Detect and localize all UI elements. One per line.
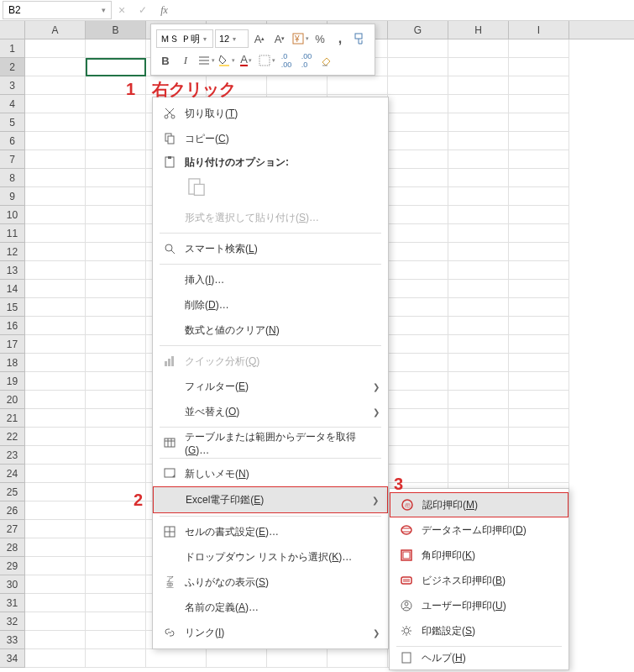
cell[interactable] bbox=[448, 298, 509, 317]
submenu-dataname-stamp[interactable]: データネーム印押印(D) bbox=[390, 517, 569, 543]
cell[interactable] bbox=[448, 113, 509, 132]
cell[interactable] bbox=[448, 354, 509, 372]
row-header[interactable]: 13 bbox=[0, 261, 25, 280]
font-selector[interactable]: ＭＳ Ｐ明▾ bbox=[156, 29, 213, 48]
name-box[interactable]: B2 ▾ bbox=[3, 1, 112, 19]
cell[interactable] bbox=[25, 483, 86, 501]
row-header[interactable]: 23 bbox=[0, 446, 25, 465]
cell[interactable] bbox=[25, 224, 86, 243]
cell[interactable] bbox=[86, 132, 146, 150]
cell[interactable] bbox=[509, 224, 569, 243]
cell[interactable] bbox=[25, 501, 86, 520]
row-header[interactable]: 27 bbox=[0, 520, 25, 538]
row-header[interactable]: 26 bbox=[0, 501, 25, 520]
menu-link[interactable]: リンク(I) ❯ bbox=[153, 620, 388, 645]
cell[interactable] bbox=[25, 150, 86, 169]
menu-get-data[interactable]: テーブルまたは範囲からデータを取得(G)… bbox=[153, 430, 388, 455]
row-header[interactable]: 19 bbox=[0, 372, 25, 391]
row-header[interactable]: 34 bbox=[0, 649, 25, 668]
cell[interactable] bbox=[86, 575, 146, 594]
cell[interactable] bbox=[448, 335, 509, 354]
cell[interactable] bbox=[86, 113, 146, 132]
cell[interactable] bbox=[509, 261, 569, 280]
cell[interactable] bbox=[25, 261, 86, 280]
row-header[interactable]: 31 bbox=[0, 594, 25, 612]
cell[interactable] bbox=[25, 409, 86, 428]
cell[interactable] bbox=[267, 649, 327, 668]
cell[interactable] bbox=[448, 169, 509, 187]
cell[interactable] bbox=[509, 409, 569, 428]
cell[interactable] bbox=[509, 335, 569, 354]
cell[interactable] bbox=[86, 206, 146, 224]
menu-excel-stamp[interactable]: Excel電子印鑑(E) ❯ bbox=[153, 486, 388, 513]
cell[interactable] bbox=[25, 317, 86, 335]
menu-sort[interactable]: 並べ替え(O) ❯ bbox=[153, 399, 388, 424]
cell[interactable] bbox=[25, 428, 86, 446]
cell[interactable] bbox=[86, 649, 146, 668]
cell[interactable] bbox=[25, 243, 86, 261]
cell[interactable] bbox=[86, 594, 146, 612]
cell[interactable] bbox=[388, 150, 448, 169]
cell[interactable] bbox=[388, 298, 448, 317]
font-color-icon[interactable]: A bbox=[237, 51, 255, 70]
select-all-corner[interactable] bbox=[0, 21, 25, 39]
comma-icon[interactable]: , bbox=[331, 29, 349, 48]
format-painter-icon[interactable] bbox=[351, 29, 369, 48]
row-header[interactable]: 7 bbox=[0, 150, 25, 169]
cell[interactable] bbox=[509, 58, 569, 76]
cell[interactable] bbox=[25, 113, 86, 132]
cell[interactable] bbox=[448, 187, 509, 206]
cell[interactable] bbox=[86, 298, 146, 317]
cell[interactable] bbox=[25, 372, 86, 391]
accounting-format-icon[interactable]: ¥ bbox=[291, 29, 309, 48]
menu-copy[interactable]: コピー(C) bbox=[153, 126, 388, 151]
column-header[interactable]: H bbox=[448, 21, 509, 39]
cell[interactable] bbox=[388, 39, 448, 58]
paste-option-btn[interactable] bbox=[185, 175, 208, 198]
row-header[interactable]: 9 bbox=[0, 187, 25, 206]
fill-color-icon[interactable] bbox=[217, 51, 235, 70]
cell[interactable] bbox=[86, 428, 146, 446]
cell[interactable] bbox=[25, 76, 86, 95]
align-icon[interactable] bbox=[196, 51, 215, 70]
cell[interactable] bbox=[448, 372, 509, 391]
cell[interactable] bbox=[86, 465, 146, 483]
cell[interactable] bbox=[509, 76, 569, 95]
cell[interactable] bbox=[86, 39, 146, 58]
cell[interactable] bbox=[509, 132, 569, 150]
cell[interactable] bbox=[25, 298, 86, 317]
cell[interactable] bbox=[509, 428, 569, 446]
border-icon[interactable] bbox=[257, 51, 275, 70]
cell[interactable] bbox=[86, 520, 146, 538]
cell[interactable] bbox=[86, 187, 146, 206]
cell[interactable] bbox=[509, 243, 569, 261]
row-header[interactable]: 20 bbox=[0, 391, 25, 409]
cell[interactable] bbox=[388, 391, 448, 409]
menu-dropdown-pick[interactable]: ドロップダウン リストから選択(K)… bbox=[153, 544, 388, 570]
menu-filter[interactable]: フィルター(E) ❯ bbox=[153, 374, 388, 399]
cell[interactable] bbox=[448, 317, 509, 335]
cell[interactable] bbox=[388, 206, 448, 224]
cell[interactable] bbox=[448, 446, 509, 465]
cell[interactable] bbox=[509, 391, 569, 409]
cell[interactable] bbox=[509, 150, 569, 169]
cell[interactable] bbox=[86, 557, 146, 575]
cell[interactable] bbox=[388, 224, 448, 243]
submenu-square-stamp[interactable]: 角印押印(K) bbox=[390, 543, 569, 568]
cell[interactable] bbox=[25, 132, 86, 150]
row-header[interactable]: 30 bbox=[0, 575, 25, 594]
cell[interactable] bbox=[86, 150, 146, 169]
cell[interactable] bbox=[448, 280, 509, 298]
menu-smart-lookup[interactable]: スマート検索(L) bbox=[153, 236, 388, 261]
cell[interactable] bbox=[25, 335, 86, 354]
submenu-user-stamp[interactable]: ユーザー印押印(U) bbox=[390, 593, 569, 618]
italic-button[interactable]: I bbox=[176, 51, 195, 70]
cell[interactable] bbox=[86, 280, 146, 298]
row-header[interactable]: 28 bbox=[0, 538, 25, 557]
row-header[interactable]: 3 bbox=[0, 76, 25, 95]
row-header[interactable]: 16 bbox=[0, 317, 25, 335]
cell[interactable] bbox=[25, 557, 86, 575]
submenu-stamp-settings[interactable]: 印鑑設定(S) bbox=[390, 618, 569, 643]
cell[interactable] bbox=[388, 335, 448, 354]
cell[interactable] bbox=[388, 58, 448, 76]
